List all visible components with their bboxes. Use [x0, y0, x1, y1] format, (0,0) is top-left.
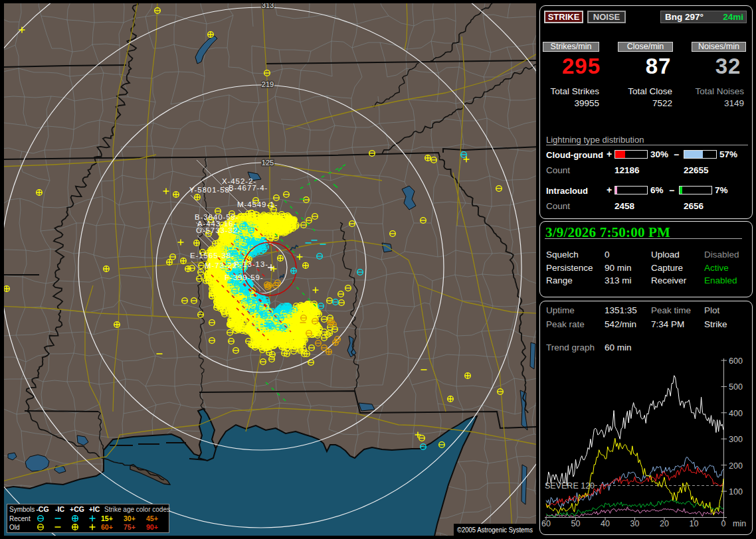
svg-text:75+: 75+ [124, 523, 136, 531]
svg-text:313: 313 [262, 3, 274, 9]
svg-text:Symbols: Symbols [9, 506, 35, 513]
svg-text:SEVERE 120: SEVERE 120 [545, 481, 595, 491]
svg-text:0: 0 [721, 519, 726, 528]
svg-text:100: 100 [729, 487, 743, 497]
svg-text:300: 300 [729, 435, 743, 444]
svg-text:©2005 Astrogenic Systems: ©2005 Astrogenic Systems [457, 526, 533, 534]
svg-text:219: 219 [262, 80, 274, 88]
svg-text:30+: 30+ [124, 514, 136, 522]
svg-text:Strike age color codes: Strike age color codes [104, 506, 170, 513]
svg-text:Y-5801-58-: Y-5801-58- [189, 186, 233, 194]
svg-text:15+: 15+ [101, 514, 113, 522]
svg-text:+IC: +IC [89, 505, 100, 513]
svg-text:+CG: +CG [70, 505, 84, 513]
svg-text:30: 30 [630, 519, 640, 528]
svg-text:O-5733-32-: O-5733-32- [196, 226, 241, 234]
svg-text:Old: Old [9, 524, 20, 531]
svg-text:-CG: -CG [36, 505, 48, 513]
svg-text:M-4549-1-: M-4549-1- [237, 200, 278, 208]
svg-text:50: 50 [571, 519, 581, 528]
svg-text:60+: 60+ [101, 523, 113, 531]
svg-text:600: 600 [729, 356, 743, 366]
svg-text:-IC: -IC [55, 505, 64, 513]
svg-text:10: 10 [690, 519, 699, 528]
svg-text:40: 40 [601, 519, 610, 528]
svg-text:F-399-59-: F-399-59- [225, 273, 264, 281]
svg-text:min: min [733, 519, 746, 528]
svg-text:125: 125 [262, 159, 274, 167]
svg-text:500: 500 [729, 382, 743, 392]
svg-text:60: 60 [541, 519, 551, 528]
svg-text:400: 400 [729, 409, 743, 418]
svg-text:Recent: Recent [9, 515, 31, 522]
svg-text:200: 200 [729, 461, 743, 471]
svg-text:P-13-13-: P-13-13- [234, 260, 268, 268]
svg-text:B-4677-4-: B-4677-4- [229, 184, 268, 192]
svg-text:20: 20 [660, 519, 669, 528]
svg-text:45+: 45+ [146, 514, 158, 522]
svg-text:90+: 90+ [146, 523, 158, 531]
svg-text:E-1565-38-: E-1565-38- [190, 252, 235, 260]
